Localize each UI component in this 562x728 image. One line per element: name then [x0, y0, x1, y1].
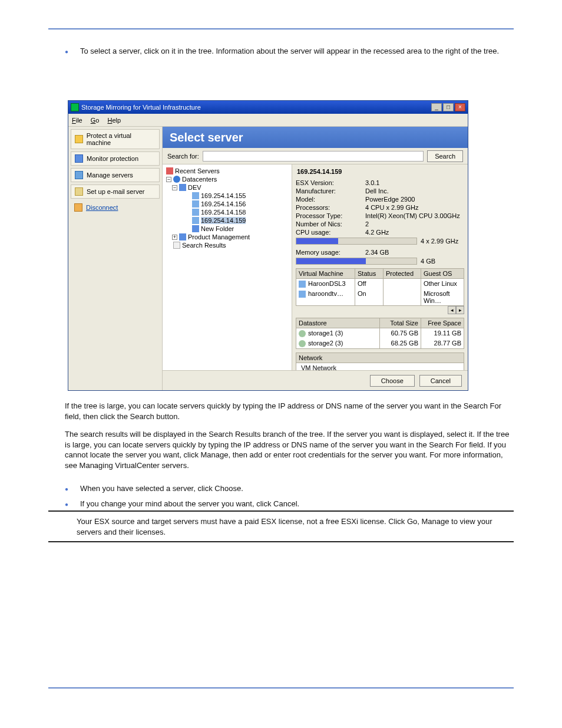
kv-label: CPU usage: — [296, 229, 365, 236]
datacenter-icon — [173, 176, 180, 183]
menu-help[interactable]: Help — [107, 117, 121, 124]
vm-os: Microsoft Win… — [421, 289, 464, 305]
table-row[interactable]: haroondtv… On Microsoft Win… — [296, 289, 464, 305]
tree-leaf[interactable]: 169.254.14.158 — [201, 209, 246, 216]
minimize-button[interactable]: _ — [431, 103, 442, 111]
sidebar-manage-label: Manage servers — [87, 172, 133, 179]
ds-table-body: storage1 (3) 60.75 GB 19.11 GB storage2 … — [296, 328, 464, 349]
table-row[interactable]: storage1 (3) 60.75 GB 19.11 GB — [296, 328, 464, 338]
vm-icon — [299, 291, 306, 298]
server-icon — [192, 217, 199, 224]
tree-toggle[interactable]: − — [166, 177, 171, 182]
col-datastore[interactable]: Datastore — [296, 318, 380, 328]
col-freespace[interactable]: Free Space — [421, 318, 464, 328]
vm-name: HaroonDSL3 — [308, 280, 346, 287]
tree-recent[interactable]: Recent Servers — [175, 167, 220, 174]
server-tree[interactable]: Recent Servers −Datacenters −DEV 169.254… — [163, 164, 292, 370]
titlebar[interactable]: Storage Mirroring for Virtual Infrastruc… — [68, 101, 468, 114]
doc-line3: The search results will be displayed in … — [65, 429, 514, 470]
menu-go[interactable]: Go — [91, 117, 100, 124]
col-guestos[interactable]: Guest OS — [421, 269, 464, 278]
sidebar-monitor-label: Monitor protection — [87, 155, 138, 162]
tree-newfolder[interactable]: New Folder — [201, 225, 234, 232]
sidebar: Protect a virtual machine Monitor protec… — [68, 127, 163, 390]
search-label: Search for: — [167, 153, 199, 160]
mem-cap: 4 GB — [421, 258, 464, 265]
search-row: Search for: Search — [163, 148, 468, 164]
vm-status: On — [355, 289, 384, 305]
table-row[interactable]: storage2 (3) 68.25 GB 28.77 GB — [296, 338, 464, 348]
tree-leaf[interactable]: 169.254.14.156 — [201, 200, 246, 207]
cancel-button[interactable]: Cancel — [419, 375, 462, 387]
mem-gauge — [296, 258, 417, 265]
doc-line4: When you have selected a server, click C… — [65, 483, 514, 494]
folder-icon — [179, 233, 186, 241]
menubar: FFileile Go Help — [68, 114, 468, 127]
tree-toggle[interactable]: + — [172, 235, 177, 240]
col-totalsize[interactable]: Total Size — [380, 318, 421, 328]
list-item[interactable]: VM Network — [296, 363, 464, 370]
scroll-right-icon[interactable]: ▸ — [456, 306, 464, 314]
sidebar-setup-mail[interactable]: Set up e-mail server — [71, 185, 160, 199]
ds-table-head: Datastore Total Size Free Space — [296, 318, 464, 328]
folder-icon — [192, 225, 199, 232]
vm-status: Off — [355, 279, 384, 289]
server-icon — [192, 192, 199, 199]
tree-prodmgmt[interactable]: Product Management — [188, 233, 250, 241]
note-rule-bottom — [48, 541, 514, 542]
cpu-gauge — [296, 238, 417, 245]
sidebar-disconnect[interactable]: Disconnect — [71, 201, 160, 214]
kv-value: 2.34 GB — [365, 249, 389, 256]
col-vm[interactable]: Virtual Machine — [296, 269, 355, 278]
server-icon — [192, 209, 199, 216]
network-name: VM Network — [301, 364, 336, 370]
vm-table-head: Virtual Machine Status Protected Guest O… — [296, 268, 464, 279]
app-window: Storage Mirroring for Virtual Infrastruc… — [68, 100, 468, 391]
col-protected[interactable]: Protected — [384, 269, 421, 278]
tree-leaf-selected[interactable]: 169.254.14.159 — [201, 217, 246, 224]
sidebar-setup-label: Set up e-mail server — [87, 188, 144, 195]
kv-value: Intel(R) Xeon(TM) CPU 3.00GHz — [365, 212, 460, 219]
table-row[interactable]: HaroonDSL3 Off Other Linux — [296, 279, 464, 289]
doc-line5: If you change your mind about the server… — [65, 499, 514, 509]
col-status[interactable]: Status — [355, 269, 384, 278]
kv-label: Model: — [296, 196, 365, 203]
search-input[interactable] — [203, 151, 424, 162]
kv-label: Number of Nics: — [296, 220, 365, 228]
menu-file[interactable]: FFileile — [72, 117, 82, 124]
tree-datacenters[interactable]: Datacenters — [182, 176, 217, 183]
search-button[interactable]: Search — [427, 150, 463, 162]
close-button[interactable]: × — [455, 103, 465, 111]
vm-table-body: HaroonDSL3 Off Other Linux haroondtv… On… — [296, 279, 464, 306]
scroll-left-icon[interactable]: ◂ — [448, 306, 456, 314]
vm-protected — [384, 289, 421, 305]
shield-icon — [75, 135, 83, 143]
details-title: 169.254.14.159 — [296, 167, 464, 179]
mail-icon — [75, 187, 83, 196]
datastore-icon — [299, 330, 306, 337]
maximize-button[interactable]: □ — [443, 103, 454, 111]
kv-label: Manufacturer: — [296, 187, 365, 195]
sidebar-disconnect-label: Disconnect — [86, 204, 118, 211]
monitor-icon — [75, 154, 83, 163]
tree-toggle[interactable]: − — [172, 185, 177, 190]
ds-name: storage1 (3) — [308, 330, 343, 337]
page-rule-bottom — [48, 687, 514, 689]
choose-button[interactable]: Choose — [370, 375, 415, 387]
window-title: Storage Mirroring for Virtual Infrastruc… — [81, 104, 201, 111]
vm-os: Other Linux — [421, 279, 464, 289]
vm-name: haroondtv… — [308, 290, 343, 297]
key-icon — [74, 203, 82, 212]
doc-line2: If the tree is large, you can locate ser… — [65, 401, 514, 421]
sidebar-monitor[interactable]: Monitor protection — [71, 151, 160, 166]
folder-icon — [179, 184, 186, 191]
dialog-footer: Choose Cancel — [163, 370, 468, 390]
kv-value: 2 — [365, 220, 369, 228]
tree-searchresults[interactable]: Search Results — [182, 242, 226, 249]
search-results-icon — [173, 242, 180, 249]
sidebar-protect[interactable]: Protect a virtual machine — [71, 129, 160, 149]
tree-dev[interactable]: DEV — [188, 184, 201, 191]
sidebar-manage[interactable]: Manage servers — [71, 168, 160, 182]
kv-value: 3.0.1 — [365, 179, 379, 186]
tree-leaf[interactable]: 169.254.14.155 — [201, 192, 246, 199]
